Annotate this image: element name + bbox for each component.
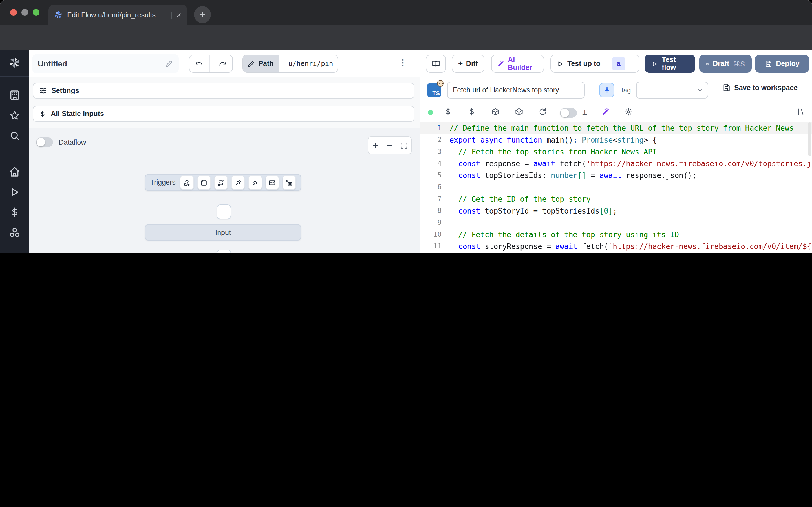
new-tab-button[interactable]	[194, 6, 211, 23]
sidebar-item-variables-dollar[interactable]	[9, 207, 20, 218]
code-line[interactable]: 9	[420, 217, 812, 229]
code-line[interactable]: 4 const response = await fetch('https://…	[420, 158, 812, 170]
windmill-app: Untitled Path u/henri/pin	[0, 50, 812, 253]
ai-wand-icon[interactable]	[602, 108, 610, 116]
redo-icon[interactable]	[213, 55, 232, 72]
route-trigger-icon[interactable]	[214, 175, 228, 190]
path-label: Path	[258, 60, 273, 68]
test-up-to-button[interactable]: Test up to a	[550, 55, 640, 73]
zoom-out-icon[interactable]	[386, 142, 393, 149]
code-line[interactable]: 5 const topStoriesIds: number[] = await …	[420, 170, 812, 181]
browser-toolbar: app.windmill.dev/flows/edit/u/henri/pin_…	[0, 25, 812, 50]
editor-toggle[interactable]	[560, 108, 577, 118]
all-static-inputs-label: All Static Inputs	[51, 110, 104, 118]
draft-label: Draft	[713, 60, 729, 68]
dataflow-toggle[interactable]	[36, 137, 53, 147]
step-editor-pane: TS tag Save to workspace	[420, 77, 812, 253]
draft-shortcut: ⌘S	[733, 59, 745, 68]
dataflow-label: Dataflow	[59, 138, 86, 146]
undo-icon[interactable]	[190, 55, 209, 72]
sidebar-item-workspace[interactable]	[9, 90, 20, 101]
test-flow-button[interactable]: Test flow	[645, 55, 695, 73]
add-step-button[interactable]	[216, 249, 231, 253]
tag-select[interactable]	[636, 82, 708, 99]
path-button[interactable]: Path u/henri/pin	[243, 55, 338, 73]
diff-button[interactable]: ± Diff	[452, 55, 485, 73]
variables-dollar-icon[interactable]	[444, 108, 452, 116]
dataflow-toggle-row: Dataflow	[36, 137, 86, 147]
code-line[interactable]: 12 const topStory = await storyResponse.…	[420, 252, 812, 253]
email-trigger-icon[interactable]	[265, 175, 279, 190]
code-line[interactable]: 3 // Fetch the top stories from Hacker N…	[420, 146, 812, 158]
docs-book-button[interactable]	[426, 55, 446, 73]
resources-dollar-icon[interactable]	[467, 108, 476, 116]
websocket-trigger-icon[interactable]	[231, 175, 245, 190]
diff-plus-minus-icon[interactable]: ±	[582, 107, 587, 117]
book-open-icon	[432, 59, 440, 68]
minimize-window-button[interactable]	[21, 9, 28, 16]
flow-pane: Settings All Static Inputs Dataflow	[29, 77, 420, 253]
code-line[interactable]: 6	[420, 181, 812, 193]
bun-icon	[437, 80, 444, 87]
code-line[interactable]: 10 // Fetch the details of the top story…	[420, 229, 812, 240]
step-title-input[interactable]	[447, 82, 585, 99]
toolbar-kebab-icon[interactable]: ⋮	[399, 57, 408, 68]
step-header: TS tag Save to workspace	[420, 77, 812, 103]
library-icon[interactable]	[797, 108, 805, 116]
tab-strip: Edit Flow u/henri/pin_results |	[0, 0, 812, 25]
pin-toggle-button[interactable]	[599, 83, 614, 98]
sidebar-item-search[interactable]	[9, 130, 20, 142]
editor-scrollbar[interactable]	[808, 122, 811, 156]
sidebar-divider	[0, 76, 29, 76]
all-static-inputs-row[interactable]: All Static Inputs	[33, 106, 414, 122]
sidebar-item-resources-cubes[interactable]	[9, 227, 20, 238]
test-flow-label: Test flow	[662, 56, 689, 71]
poll-trigger-icon[interactable]	[283, 175, 296, 190]
main-area: Untitled Path u/henri/pin	[29, 50, 812, 253]
save-to-workspace-button[interactable]: Save to workspace	[722, 84, 798, 92]
tab-close-icon[interactable]	[176, 12, 182, 18]
graph-zoom-controls	[368, 136, 412, 154]
code-line[interactable]: 7 // Get the ID of the top story	[420, 193, 812, 205]
package-icon[interactable]	[491, 108, 500, 116]
sidebar-item-favorites-star[interactable]	[9, 110, 20, 121]
save-icon	[765, 60, 772, 67]
input-node[interactable]: Input	[145, 224, 301, 240]
input-node-label: Input	[215, 228, 231, 236]
app-sidebar	[0, 50, 29, 253]
settings-label: Settings	[51, 87, 79, 95]
draft-button[interactable]: Draft ⌘S	[699, 55, 752, 73]
zoom-in-icon[interactable]	[371, 142, 379, 149]
triggers-node[interactable]: Triggers	[145, 174, 301, 191]
status-green-dot	[428, 110, 433, 115]
edit-name-pencil-icon[interactable]	[165, 60, 173, 68]
webhook-trigger-icon[interactable]	[180, 175, 194, 190]
edit-path-pencil-icon	[248, 60, 255, 67]
tag-label: tag	[621, 86, 631, 94]
code-line[interactable]: 1// Define the main function to fetch th…	[420, 122, 812, 134]
windmill-sidebar-logo-icon[interactable]	[9, 57, 20, 68]
kafka-trigger-icon[interactable]	[248, 175, 262, 190]
sidebar-item-runs-play[interactable]	[9, 186, 20, 198]
editor-settings-gear-icon[interactable]	[624, 108, 633, 116]
code-line[interactable]: 8 const topStoryId = topStoriesIds[0];	[420, 205, 812, 217]
browser-tab[interactable]: Edit Flow u/henri/pin_results |	[49, 4, 187, 25]
code-line[interactable]: 11 const storyResponse = await fetch(`ht…	[420, 240, 812, 252]
reload-icon[interactable]	[539, 108, 547, 116]
package-icon[interactable]	[515, 108, 523, 116]
zoom-window-button[interactable]	[33, 9, 40, 16]
code-toolbar: ±	[420, 103, 812, 122]
ai-builder-button[interactable]: AI Builder	[491, 55, 544, 73]
settings-row[interactable]: Settings	[33, 83, 414, 99]
fit-view-icon[interactable]	[400, 142, 408, 149]
sidebar-item-home[interactable]	[9, 166, 20, 177]
close-window-button[interactable]	[10, 9, 17, 16]
code-line[interactable]: 2export async function main(): Promise<s…	[420, 134, 812, 146]
flow-graph-canvas[interactable]: Dataflow Triggers	[29, 128, 420, 253]
deploy-button[interactable]: Deploy	[755, 55, 809, 73]
code-editor[interactable]: 1// Define the main function to fetch th…	[420, 122, 812, 253]
flow-name-field[interactable]: Untitled	[32, 54, 179, 73]
schedule-trigger-icon[interactable]	[197, 175, 211, 190]
add-step-button[interactable]	[216, 205, 231, 219]
ai-builder-label: AI Builder	[508, 56, 538, 71]
